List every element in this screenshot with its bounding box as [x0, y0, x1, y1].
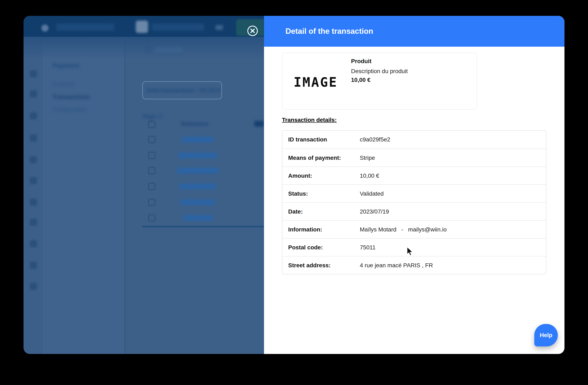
background-menu-panel: Payment Products Transactions Configurat… — [44, 37, 125, 354]
drawer-title: Detail of the transaction — [285, 27, 373, 36]
workspace-name — [56, 23, 114, 31]
transaction-detail-row: Postal code: 75011 — [282, 238, 546, 256]
sidebar-rail-icon[interactable] — [30, 112, 37, 119]
sidebar-rail-icon[interactable] — [30, 262, 37, 269]
help-button[interactable]: Help — [534, 324, 558, 346]
background-icon-sidebar — [23, 37, 44, 354]
detail-label: Amount: — [288, 167, 312, 185]
row-checkbox[interactable] — [148, 136, 155, 143]
app-logo-icon — [42, 24, 48, 32]
reference-link[interactable] — [183, 215, 212, 221]
sidebar-rail-icon[interactable] — [30, 156, 37, 163]
menu-section-title: Payment — [52, 62, 79, 69]
total-transactions-label: Total transactions : XX,XX € — [146, 87, 220, 94]
product-name: Produit — [351, 58, 372, 65]
detail-value: c9a029f5e2 — [360, 131, 390, 149]
transaction-detail-row: Information: Maïlys Motard - mailys@wiin… — [282, 220, 546, 238]
sidebar-item-transactions[interactable]: Transactions — [52, 93, 90, 100]
close-button[interactable] — [247, 25, 258, 36]
reference-link[interactable] — [181, 200, 215, 205]
search-input[interactable] — [155, 47, 182, 52]
sidebar-item-products[interactable]: Products — [52, 81, 75, 88]
row-checkbox[interactable] — [148, 152, 155, 159]
detail-value: Maïlys Motard - mailys@wiin.io — [360, 221, 447, 239]
drawer-header: Detail of the transaction — [264, 16, 565, 47]
detail-label: Means of payment: — [288, 149, 341, 167]
table-bottom-border — [142, 226, 264, 227]
transaction-detail-row: Status: Validated — [282, 184, 546, 202]
sidebar-item-configuration[interactable]: Configuration — [52, 107, 86, 113]
transaction-detail-row: Means of payment: Stripe — [282, 149, 546, 166]
row-checkbox[interactable] — [148, 214, 155, 222]
sidebar-rail-icon[interactable] — [30, 134, 37, 141]
reference-link[interactable] — [182, 137, 213, 142]
sidebar-rail-icon[interactable] — [30, 70, 37, 77]
transaction-details-heading: Transaction details: — [282, 117, 337, 123]
screen: Payment Products Transactions Configurat… — [0, 0, 588, 385]
detail-value: 10,00 € — [360, 167, 379, 185]
product-card: IMAGE Produit Description du produit 10,… — [282, 52, 477, 110]
sidebar-rail-icon[interactable] — [30, 240, 37, 247]
column-header-partial — [254, 121, 264, 127]
reference-link[interactable] — [178, 153, 217, 158]
transaction-detail-row: Amount: 10,00 € — [282, 166, 546, 184]
total-transactions-card: Total transactions : XX,XX € — [142, 81, 222, 99]
row-checkbox[interactable] — [148, 167, 155, 174]
detail-value: 2023/07/19 — [360, 203, 389, 221]
detail-label: Status: — [288, 185, 308, 203]
search-icon — [145, 46, 151, 52]
transaction-detail-row: Date: 2023/07/19 — [282, 202, 546, 220]
sidebar-rail-icon[interactable] — [30, 283, 37, 290]
sidebar-rail-icon[interactable] — [30, 219, 37, 226]
transaction-detail-row: Street address: 4 rue jean macé PARIS , … — [282, 256, 546, 274]
detail-label: Street address: — [288, 256, 331, 274]
close-icon — [247, 25, 258, 36]
sidebar-rail-icon[interactable] — [30, 177, 37, 184]
detail-label: Date: — [288, 203, 303, 221]
detail-label: ID transaction — [288, 131, 327, 149]
product-description: Description du produit — [351, 68, 408, 75]
transaction-detail-drawer: Detail of the transaction IMAGE Produit … — [264, 16, 565, 354]
row-checkbox[interactable] — [148, 199, 155, 206]
select-all-checkbox[interactable] — [148, 121, 155, 128]
detail-label: Information: — [288, 221, 322, 239]
detail-value: Validated — [360, 185, 384, 203]
detail-value: 4 rue jean macé PARIS , FR — [360, 256, 433, 274]
product-image-placeholder: IMAGE — [291, 74, 341, 91]
sidebar-rail-icon[interactable] — [30, 199, 37, 206]
avatar[interactable] — [136, 21, 148, 33]
help-button-label: Help — [540, 332, 552, 339]
app-window: Payment Products Transactions Configurat… — [23, 16, 565, 354]
transaction-details-table: ID transaction c9a029f5e2 Means of payme… — [282, 130, 546, 274]
detail-value: Stripe — [360, 149, 375, 167]
row-checkbox[interactable] — [148, 183, 155, 190]
chevron-down-icon[interactable] — [215, 25, 223, 30]
reference-link[interactable] — [177, 168, 219, 173]
product-price: 10,00 € — [351, 77, 370, 83]
transaction-detail-row: ID transaction c9a029f5e2 — [282, 131, 546, 149]
column-header-reference: Reference — [181, 121, 209, 127]
link-title-text — [152, 23, 204, 31]
detail-value: 75011 — [360, 239, 376, 256]
page-indicator: Page: X — [142, 113, 163, 120]
detail-label: Postal code: — [288, 239, 323, 256]
reference-link[interactable] — [179, 184, 216, 189]
sidebar-rail-icon[interactable] — [30, 91, 37, 97]
